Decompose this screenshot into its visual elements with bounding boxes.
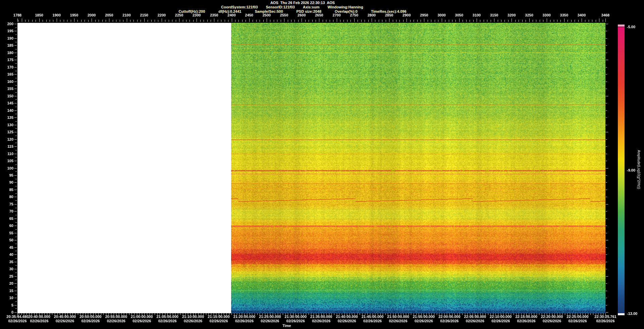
time-tick-time: 21:25:00.000	[259, 315, 281, 319]
top-axis-tick-label: 3050	[455, 13, 463, 17]
time-tick-time: 20:35:44.480	[6, 315, 28, 319]
colorbar-axis-title: Amplitude(Log10(g^2/Hz))	[637, 150, 641, 189]
frequency-tick-label: 185	[0, 43, 13, 47]
time-tick-date: 02/26/2026	[594, 319, 616, 323]
time-tick-date: 02/26/2026	[182, 319, 204, 323]
time-tick-time: 21:45:00.000	[362, 315, 383, 319]
time-tick-label: 21:20:00.00002/26/2026	[233, 315, 255, 323]
time-tick-time: 21:40:00.000	[336, 315, 358, 319]
frequency-tick-label: 180	[0, 51, 13, 55]
colorbar-max-label: -5.00	[627, 25, 635, 29]
top-axis-tick-label: 3100	[473, 13, 481, 17]
time-tick-time: 22:05:00.000	[464, 315, 486, 319]
top-axis-tick-label: 2850	[385, 13, 393, 17]
no-data-region	[17, 23, 231, 313]
frequency-tick-label: 165	[0, 72, 13, 76]
frequency-tick-label: 20	[0, 281, 13, 285]
time-tick-time: 22:25:00.000	[567, 315, 588, 319]
frequency-tick-label: 35	[0, 260, 13, 264]
top-axis-tick-label: 2450	[245, 13, 253, 17]
colorbar-mid-label: -9.00	[627, 168, 635, 172]
frequency-tick-label: 115	[0, 144, 13, 148]
frequency-tick-label: 95	[0, 173, 13, 177]
frequency-tick-label: 40	[0, 252, 13, 256]
time-tick-time: 20:50:00.000	[79, 315, 101, 319]
frequency-tick-label: 5	[0, 303, 13, 307]
time-tick-label: 22:10:00.00002/26/2026	[490, 315, 512, 323]
time-tick-time: 21:00:00.000	[131, 315, 153, 319]
time-tick-label: 20:45:00.00002/26/2026	[54, 315, 76, 323]
time-tick-time: 22:30:25.761	[594, 315, 616, 319]
time-tick-label: 21:25:00.00002/26/2026	[259, 315, 281, 323]
frequency-tick-label: 30	[0, 267, 13, 271]
frequency-tick-label: 125	[0, 130, 13, 134]
time-tick-date: 02/26/2026	[464, 319, 486, 323]
time-tick-label: 20:35:44.48002/26/2026	[6, 315, 28, 323]
time-tick-date: 02/26/2026	[515, 319, 537, 323]
time-tick-date: 02/26/2026	[387, 319, 409, 323]
time-tick-date: 02/26/2026	[438, 319, 460, 323]
time-tick-date: 02/26/2026	[413, 319, 435, 323]
time-tick-time: 21:15:00.000	[208, 315, 229, 319]
frequency-tick-label: 55	[0, 231, 13, 235]
time-tick-date: 02/26/2026	[259, 319, 281, 323]
time-tick-label: 20:55:00.00002/26/2026	[105, 315, 127, 323]
frequency-tick-label: 90	[0, 180, 13, 184]
frequency-tick-label: 15	[0, 289, 13, 293]
time-tick-label: 21:45:00.00002/26/2026	[362, 315, 383, 323]
time-tick-label: 20:50:00.00002/26/2026	[79, 315, 101, 323]
top-axis-tick-label: 3250	[525, 13, 533, 17]
top-axis-tick-label: 2300	[193, 13, 201, 17]
time-tick-date: 02/26/2026	[6, 319, 28, 323]
frequency-tick-label: 170	[0, 65, 13, 69]
top-axis-tick-label: 2550	[280, 13, 288, 17]
time-tick-time: 21:30:00.000	[285, 315, 307, 319]
time-tick-label: 21:55:00.00002/26/2026	[413, 315, 435, 323]
time-tick-time: 21:35:00.000	[310, 315, 332, 319]
time-tick-date: 02/26/2026	[105, 319, 127, 323]
top-axis-tick-label: 2050	[105, 13, 113, 17]
top-axis-tick-label: 1788	[13, 13, 21, 17]
time-tick-date: 02/26/2026	[131, 319, 153, 323]
top-axis-tick-label: 2400	[227, 13, 235, 17]
top-axis-tick-label: 2100	[122, 13, 130, 17]
time-tick-date: 02/26/2026	[336, 319, 358, 323]
top-axis-tick-label: 3150	[490, 13, 498, 17]
time-tick-time: 21:10:00.000	[182, 315, 204, 319]
frequency-tick-label: 10	[0, 296, 13, 300]
time-tick-label: 22:05:00.00002/26/2026	[464, 315, 486, 323]
frequency-tick-label: 60	[0, 224, 13, 228]
time-tick-label: 22:15:00.00002/26/2026	[515, 315, 537, 323]
frequency-tick-label: 65	[0, 217, 13, 221]
frequency-tick-label: 75	[0, 202, 13, 206]
spectrogram-canvas[interactable]	[231, 23, 605, 313]
time-tick-date: 02/26/2026	[156, 319, 178, 323]
frequency-tick-label: 160	[0, 80, 13, 84]
frequency-tick-label: 140	[0, 108, 13, 112]
time-tick-date: 02/26/2026	[28, 319, 50, 323]
time-tick-time: 22:15:00.000	[515, 315, 537, 319]
time-tick-date: 02/26/2026	[541, 319, 563, 323]
top-axis-tick-label: 2500	[263, 13, 271, 17]
top-axis-tick-label: 3300	[542, 13, 550, 17]
frequency-tick-label: 50	[0, 238, 13, 242]
time-tick-time: 22:00:00.000	[438, 315, 460, 319]
top-axis-tick-label: 3000	[437, 13, 445, 17]
time-tick-time: 21:20:00.000	[233, 315, 255, 319]
time-axis: 20:35:44.48002/26/202620:40:00.00002/26/…	[0, 315, 644, 325]
time-tick-date: 02/26/2026	[490, 319, 512, 323]
time-tick-label: 21:10:00.00002/26/2026	[182, 315, 204, 323]
time-tick-date: 02/26/2026	[79, 319, 101, 323]
aos-spectrogram-screen: AOS Thu 26 Feb 2026 22:30:13 AOS CoordSy…	[0, 0, 644, 329]
top-axis-tick-label: 1850	[35, 13, 43, 17]
top-axis-tick-label: 3350	[560, 13, 568, 17]
top-axis-tick-label: 2150	[140, 13, 148, 17]
time-tick-date: 02/26/2026	[310, 319, 332, 323]
time-tick-label: 21:40:00.00002/26/2026	[336, 315, 358, 323]
frequency-tick-label: 80	[0, 195, 13, 199]
time-tick-date: 02/26/2026	[285, 319, 307, 323]
frequency-tick-label: 150	[0, 94, 13, 98]
time-tick-time: 21:05:00.000	[156, 315, 178, 319]
top-axis: 1788185019001950200020502100215022002250…	[0, 13, 644, 17]
time-tick-label: 21:50:00.00002/26/2026	[387, 315, 409, 323]
